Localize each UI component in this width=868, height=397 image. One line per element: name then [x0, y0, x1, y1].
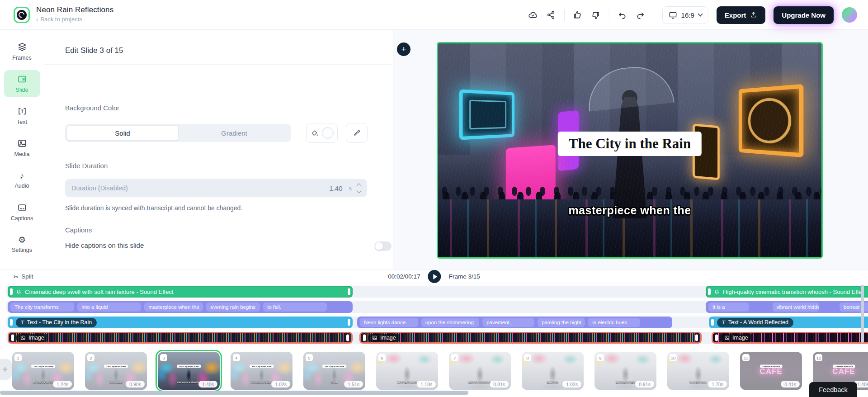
user-avatar[interactable]: [842, 7, 857, 23]
slide-duration-label: Slide Duration: [65, 162, 108, 170]
trim-handle[interactable]: [10, 288, 13, 295]
background-color-label: Background Color: [65, 104, 119, 112]
caption-overlay[interactable]: masterpiece when the: [568, 203, 691, 217]
caption-chunk[interactable]: It is a: [708, 302, 749, 312]
horizontal-scrollbar[interactable]: [0, 391, 468, 395]
caption-chunk[interactable]: into a liquid: [77, 302, 141, 312]
image-clip[interactable]: Image: [712, 332, 868, 344]
timeline-tracks: Cinematic deep swell with soft rain text…: [0, 283, 868, 349]
trim-handle[interactable]: [346, 335, 349, 341]
trim-handle[interactable]: [695, 335, 698, 341]
caption-chunk[interactable]: masterpiece when the: [144, 302, 203, 312]
slide-thumbnail[interactable]: Neon lights dance 6 1.18s: [376, 352, 438, 390]
slide-title-overlay[interactable]: The City in the Rain: [558, 132, 702, 156]
sidebar-item-frames[interactable]: Frames: [4, 38, 40, 65]
sidebar-item-settings[interactable]: ⚙ Settings: [4, 231, 40, 258]
caption-chunk[interactable]: pavement,: [482, 318, 534, 327]
cafe-neon-sign: CAFE: [760, 367, 782, 376]
upgrade-now-button[interactable]: Upgrade Now: [774, 6, 834, 24]
undo-icon[interactable]: [618, 10, 627, 20]
slide-thumbnail[interactable]: A World Reflected CAFE 11 0.41s: [740, 352, 802, 390]
text-clip[interactable]: TText - The City in the Rain: [8, 317, 353, 328]
left-sidebar: Frames Slide Text Media ♪ Audio: [0, 30, 44, 269]
slide-thumbnail-selected[interactable]: The City in the Rain masterpiece when th…: [158, 352, 220, 390]
sidebar-item-text[interactable]: Text: [4, 102, 40, 129]
trim-handle[interactable]: [348, 288, 350, 295]
trim-handle[interactable]: [11, 335, 14, 341]
share-icon[interactable]: [546, 10, 556, 20]
gradient-option[interactable]: Gradient: [179, 125, 290, 141]
tracks-vertical-scrollbar[interactable]: [861, 285, 864, 343]
cloud-saved-icon[interactable]: [528, 10, 538, 20]
panel-heading: Edit Slide 3 of 15: [65, 46, 123, 55]
eyedropper-icon: [353, 129, 361, 137]
caption-chunk[interactable]: Neon lights dance: [360, 318, 418, 327]
project-title: Neon Rain Reflections: [36, 5, 113, 14]
image-icon: [372, 335, 377, 340]
caption-chunk[interactable]: in electric hues.: [588, 318, 640, 327]
caption-chunk[interactable]: painting the night: [538, 318, 585, 327]
scissors-icon: ✂: [14, 273, 19, 280]
caption-chunk[interactable]: vibrant world hidden: [773, 302, 820, 312]
caption-chunk[interactable]: upon the shimmering: [421, 318, 480, 327]
image-clip[interactable]: Image: [359, 332, 702, 344]
slide-icon: [17, 74, 27, 84]
eyedropper-button[interactable]: [346, 123, 368, 143]
slide-thumbnail[interactable]: The City in the Rain The city transforms…: [12, 352, 74, 390]
frame-counter: Frame 3/15: [449, 273, 480, 280]
sidebar-item-captions[interactable]: Captions: [4, 198, 40, 226]
duration-placeholder: Duration (Disabled): [71, 184, 329, 192]
trim-handle[interactable]: [708, 288, 711, 295]
trim-handle[interactable]: [711, 319, 714, 326]
thumbs-up-icon[interactable]: [573, 10, 583, 20]
aspect-ratio-dropdown[interactable]: 16:9: [662, 6, 708, 24]
duration-value: 1.40: [329, 184, 342, 192]
sidebar-item-media[interactable]: Media: [4, 134, 40, 161]
caption-clip-group[interactable]: The city transforms into a liquid master…: [8, 301, 353, 313]
slide-thumbnail[interactable]: upon the shimmering 7 0.81s: [449, 352, 511, 390]
slide-thumbnail[interactable]: pavement, 8 1.02s: [522, 352, 584, 390]
trim-handle[interactable]: [715, 335, 718, 341]
split-button[interactable]: ✂ Split: [14, 273, 33, 280]
back-to-projects-link[interactable]: ‹ Back to projects: [36, 16, 113, 23]
redo-icon[interactable]: [636, 10, 646, 20]
hide-captions-toggle[interactable]: [374, 241, 392, 251]
fill-color-button[interactable]: [306, 123, 338, 143]
text-T-icon: T: [722, 319, 725, 326]
thumbs-down-icon[interactable]: [591, 10, 601, 20]
feedback-button[interactable]: Feedback: [809, 382, 857, 397]
image-clip[interactable]: Image: [8, 332, 353, 344]
bell-icon: [714, 289, 720, 295]
layers-icon: [17, 42, 27, 52]
caption-clip-group[interactable]: It is a vibrant world hidden beneat: [706, 301, 868, 313]
sidebar-item-slide[interactable]: Slide: [4, 70, 40, 97]
caption-clip-group[interactable]: Neon lights dance upon the shimmering pa…: [357, 317, 672, 328]
audio-clip[interactable]: High-quality cinematic transition whoosh…: [706, 286, 868, 298]
slide-thumbnail[interactable]: The City in the Rain into a liquid 2 0.9…: [85, 352, 147, 390]
app-logo-icon[interactable]: [14, 7, 30, 23]
add-slide-button[interactable]: +: [397, 43, 410, 56]
caption-chunk[interactable]: to fall.: [263, 302, 327, 312]
divider: [654, 9, 654, 21]
slide-thumbnail[interactable]: The City in the Rain evening rain begins…: [231, 352, 292, 390]
video-preview[interactable]: The City in the Rain masterpiece when th…: [437, 42, 823, 259]
add-slide-left-button[interactable]: +: [0, 359, 12, 380]
audio-clip[interactable]: Cinematic deep swell with soft rain text…: [8, 286, 353, 298]
trim-handle[interactable]: [10, 319, 13, 326]
duration-input[interactable]: Duration (Disabled) 1.40 s: [65, 179, 367, 197]
chevron-down-icon: [698, 11, 703, 16]
slide-thumbnail[interactable]: The City in the Rain to fall. 5 1.51s: [303, 352, 365, 390]
duration-stepper[interactable]: [357, 184, 361, 193]
text-clip[interactable]: TText - A World Reflected: [709, 317, 868, 328]
slide-thumbnail[interactable]: in electric hues. 10 1.70s: [667, 352, 729, 390]
sidebar-item-audio[interactable]: ♪ Audio: [4, 166, 40, 194]
divider: [564, 9, 565, 21]
play-button[interactable]: [428, 270, 441, 283]
trim-handle[interactable]: [348, 319, 350, 326]
slide-thumbnail[interactable]: painting the night 9 0.91s: [594, 352, 656, 390]
solid-option[interactable]: Solid: [66, 125, 179, 141]
caption-chunk[interactable]: The city transforms: [10, 302, 74, 312]
export-button[interactable]: Export: [717, 6, 766, 24]
trim-handle[interactable]: [363, 335, 366, 341]
caption-chunk[interactable]: evening rain begins: [206, 302, 260, 312]
